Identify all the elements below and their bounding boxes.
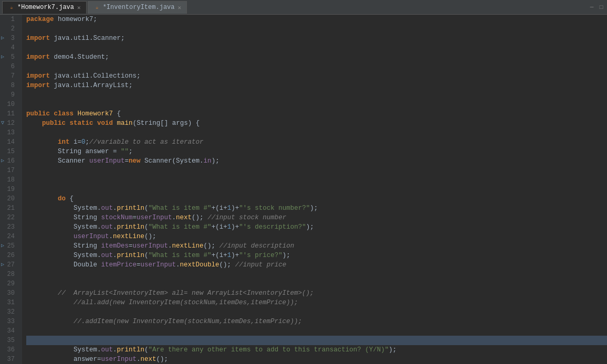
ln-14: 14 [0,137,19,147]
code-line-17 [26,166,607,175]
code-line-6 [26,62,607,71]
code-line-26: System.out.println("What is item #"+(i+1… [26,251,607,260]
ln-15: 15 [0,147,19,156]
ln-10: 10 [0,100,19,109]
ln-27: ▷27 [0,260,19,270]
code-line-15: String answer = ""; [26,147,607,156]
tab-close-homework7[interactable]: ✕ [77,4,81,11]
ln-33: 33 [0,317,19,326]
ln-34: 34 [0,326,19,336]
ln-26: 26 [0,251,19,260]
tab-bar: ☕ *Homework7.java ✕ ☕ *InventoryItem.jav… [0,0,607,15]
ln-21: 21 [0,204,19,213]
code-line-5: import demo4.Student; [26,52,607,62]
editor-window: ☕ *Homework7.java ✕ ☕ *InventoryItem.jav… [0,0,607,364]
code-line-2 [26,24,607,34]
ln-11: 11 [0,109,19,119]
code-line-10 [26,100,607,109]
java-file-icon2: ☕ [93,4,101,11]
ln-35: 35 [0,336,19,345]
code-area: 1 2 ▷3 4 ▷5 6 7 8 9 10 11 ▽12 13 14 15 ▷… [0,15,607,364]
code-line-3: import java.util.Scanner; [26,34,607,43]
fold-icon-5[interactable]: ▷ [1,52,4,62]
ln-22: 22 [0,213,19,222]
ln-4: 4 [0,43,19,52]
ln-37: 37 [0,355,19,364]
code-line-24: userInput.nextLine(); [26,232,607,241]
ln-36: 36 [0,345,19,355]
ln-25: ▷25 [0,241,19,251]
restore-button[interactable]: □ [598,4,605,11]
code-line-35 [26,336,607,345]
code-line-11: public class Homework7 { [26,109,607,119]
ln-24: 24 [0,232,19,241]
code-line-9 [26,90,607,100]
window-controls: ─ □ [586,4,605,11]
code-line-14: int i=0;//variable to act as iterator [26,137,607,147]
code-line-18 [26,175,607,185]
ln-3: ▷3 [0,34,19,43]
code-line-33: //.addItem(new InventoryItem(stockNum,it… [26,317,607,326]
fold-icon-25[interactable]: ▷ [1,241,4,251]
fold-icon-12[interactable]: ▽ [1,119,4,128]
ln-5: ▷5 [0,52,19,62]
code-line-31: //all.add(new InventoryItem(stockNum,ite… [26,298,607,307]
ln-1: 1 [0,15,19,24]
code-line-8: import java.util.ArrayList; [26,81,607,90]
code-line-23: System.out.println("What is item #"+(i+1… [26,222,607,232]
ln-13: 13 [0,128,19,137]
code-line-36: System.out.println("Are there any other … [26,345,607,355]
code-line-21: System.out.println("What is item #"+(i+1… [26,204,607,213]
minimize-button[interactable]: ─ [588,4,595,11]
ln-8: 8 [0,81,19,90]
code-line-12: public static void main(String[] args) { [26,119,607,128]
ln-19: 19 [0,185,19,194]
ln-17: 17 [0,166,19,175]
tab-inventoryitem[interactable]: ☕ *InventoryItem.java ✕ [88,1,187,14]
code-line-4 [26,43,607,52]
line-numbers: 1 2 ▷3 4 ▷5 6 7 8 9 10 11 ▽12 13 14 15 ▷… [0,15,22,364]
ln-23: 23 [0,222,19,232]
ln-16: ▷16 [0,156,19,166]
code-line-13 [26,128,607,137]
code-content[interactable]: package homework7; import java.util.Scan… [22,15,607,364]
tab-close-inventoryitem[interactable]: ✕ [177,4,181,11]
code-line-7: import java.util.Collections; [26,71,607,81]
ln-29: 29 [0,279,19,288]
code-line-28 [26,270,607,279]
ln-31: 31 [0,298,19,307]
java-file-icon: ☕ [8,4,15,11]
fold-icon-3[interactable]: ▷ [1,34,4,43]
ln-2: 2 [0,24,19,34]
code-line-30: // ArrayList<InventoryItem> all= new Arr… [26,288,607,298]
tab-homework7[interactable]: ☕ *Homework7.java ✕ [2,1,87,14]
ln-12: ▽12 [0,119,19,128]
ln-32: 32 [0,307,19,317]
fold-icon-27[interactable]: ▷ [1,260,4,270]
ln-20: 20 [0,194,19,204]
code-line-1: package homework7; [26,15,607,24]
ln-28: 28 [0,270,19,279]
code-line-22: String stockNum=userInput.next(); //inpu… [26,213,607,222]
code-line-29 [26,279,607,288]
ln-18: 18 [0,175,19,185]
code-line-34 [26,326,607,336]
code-line-25: String itemDes=userInput.nextLine(); //i… [26,241,607,251]
code-line-32 [26,307,607,317]
tab-label-homework7: *Homework7.java [17,4,74,11]
tab-label-inventoryitem: *InventoryItem.java [103,4,175,11]
ln-7: 7 [0,71,19,81]
ln-30: 30 [0,288,19,298]
code-line-16: Scanner userInput=new Scanner(System.in)… [26,156,607,166]
ln-6: 6 [0,62,19,71]
ln-9: 9 [0,90,19,100]
code-line-20: do { [26,194,607,204]
code-line-27: Double itemPrice=userInput.nextDouble();… [26,260,607,270]
code-line-19 [26,185,607,194]
code-line-37: answer=userInput.next(); [26,355,607,364]
fold-icon-16[interactable]: ▷ [1,156,4,166]
